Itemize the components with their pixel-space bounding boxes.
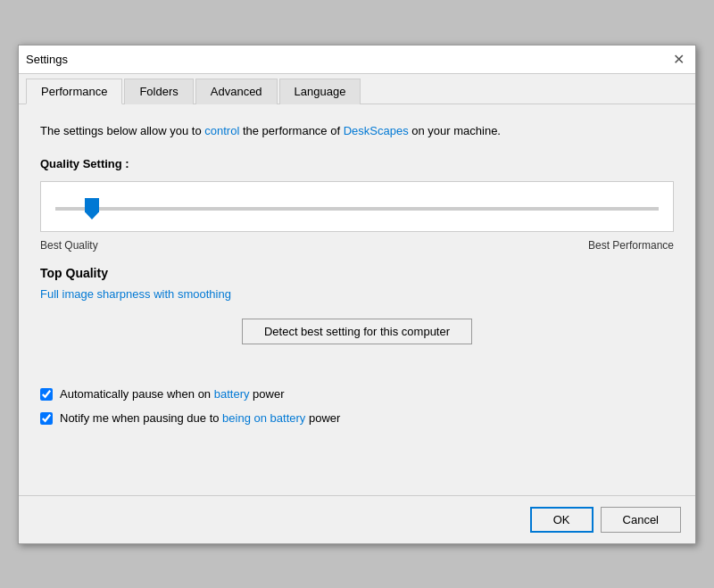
checkbox-battery-pause-label: Automatically pause when on battery powe… (60, 387, 285, 401)
quality-name: Top Quality (40, 266, 674, 280)
close-button[interactable]: ✕ (668, 49, 688, 69)
ok-button[interactable]: OK (530, 507, 594, 533)
quality-section-label: Quality Setting : (40, 157, 674, 170)
tab-folders[interactable]: Folders (124, 79, 193, 104)
window-title: Settings (26, 53, 68, 66)
footer: OK Cancel (19, 495, 695, 543)
checkbox-battery-pause-row: Automatically pause when on battery powe… (40, 387, 674, 401)
quality-slider[interactable] (55, 207, 659, 211)
checkbox-notify-label: Notify me when pausing due to being on b… (60, 411, 340, 425)
checkbox-battery-pause[interactable] (40, 388, 53, 401)
checkbox-notify-row: Notify me when pausing due to being on b… (40, 411, 674, 425)
description-text: The settings below allow you to control … (40, 122, 674, 140)
title-bar: Settings ✕ (19, 46, 695, 74)
slider-min-label: Best Quality (40, 239, 98, 252)
cancel-button[interactable]: Cancel (601, 507, 681, 533)
checkbox-notify[interactable] (40, 412, 53, 425)
content-area: The settings below allow you to control … (19, 104, 695, 495)
quality-slider-container (40, 181, 674, 232)
tab-advanced[interactable]: Advanced (195, 79, 278, 104)
tab-language[interactable]: Language (279, 79, 361, 104)
slider-wrapper (55, 193, 659, 220)
detect-button[interactable]: Detect best setting for this computer (242, 319, 472, 344)
slider-max-label: Best Performance (588, 239, 674, 252)
tab-bar: Performance Folders Advanced Language (19, 74, 695, 104)
tab-performance[interactable]: Performance (26, 79, 122, 104)
slider-labels: Best Quality Best Performance (40, 239, 674, 252)
settings-window: Settings ✕ Performance Folders Advanced … (18, 45, 696, 544)
quality-description: Full image sharpness with smoothing (40, 287, 674, 301)
